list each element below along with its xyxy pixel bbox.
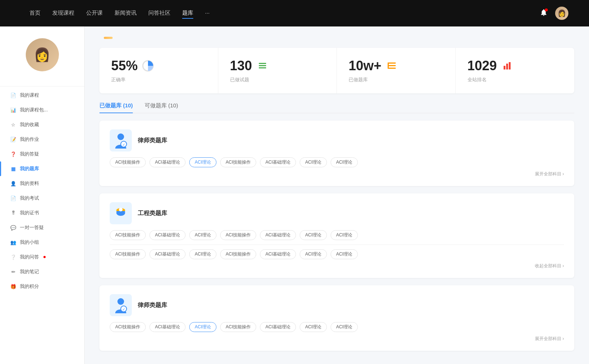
quiz-bank-icon-1 (110, 202, 132, 224)
table-icon (385, 59, 398, 72)
quiz-expand-2[interactable]: 展开全部科目 › (110, 336, 564, 342)
sidebar-item-cert[interactable]: 🎖我的证书 (0, 206, 84, 220)
question-icon: ❓ (10, 151, 16, 157)
quiz-tag-0-3[interactable]: ACI技能操作 (220, 157, 256, 167)
sidebar-item-answer[interactable]: ❓我的答疑 (0, 147, 84, 161)
stat-label-2: 已做题库 (349, 76, 444, 83)
sidebar-item-label-collect: 我的收藏 (20, 121, 39, 128)
quiz-tag-2-6[interactable]: ACI理论 (331, 322, 358, 332)
nav-link-发现课程[interactable]: 发现课程 (52, 8, 74, 19)
sidebar-item-quiz[interactable]: ▦我的题库 (0, 161, 84, 176)
quiz-expand-1[interactable]: 收起全部科目 › (110, 263, 564, 269)
nav-link-新闻资讯[interactable]: 新闻资讯 (114, 8, 137, 19)
quiz-tag-2-1[interactable]: ACI基础理论 (149, 322, 186, 332)
sidebar-item-myqa[interactable]: ❔我的问答 (0, 250, 84, 264)
stat-label-1: 已做试题 (230, 76, 325, 83)
quiz-tag-1-6[interactable]: ACI理论 (331, 230, 358, 240)
quiz-tag-1-4[interactable]: ACI基础理论 (260, 230, 296, 240)
quiz-tag-1-1[interactable]: ACI基础理论 (149, 230, 186, 240)
quiz-tag-0-0[interactable]: ACI技能操作 (110, 157, 146, 167)
svg-rect-4 (388, 63, 396, 64)
quiz-card-header-2: ✓ 律师类题库 (110, 294, 564, 316)
quiz-tag-0-6[interactable]: ACI理论 (331, 157, 358, 167)
quiz-tag2-1-3[interactable]: ACI技能操作 (220, 249, 256, 259)
quiz-tag2-1-1[interactable]: ACI基础理论 (149, 249, 186, 259)
quiz-tag-2-2[interactable]: ACI理论 (189, 322, 216, 332)
quiz-card-header-0: ✓ 律师类题库 (110, 129, 564, 151)
nav-link-题库[interactable]: 题库 (182, 8, 193, 19)
sidebar-item-course[interactable]: 📄我的课程 (0, 88, 84, 103)
quiz-tag-2-3[interactable]: ACI技能操作 (220, 322, 256, 332)
sidebar-notification-dot-myqa (43, 256, 46, 258)
quiz-tag2-1-2[interactable]: ACI理论 (189, 249, 216, 259)
quiz-tag-0-4[interactable]: ACI基础理论 (260, 157, 296, 167)
quiz-tag-0-1[interactable]: ACI基础理论 (149, 157, 186, 167)
quiz-tag-2-0[interactable]: ACI技能操作 (110, 322, 146, 332)
quiz-expand-0[interactable]: 展开全部科目 › (110, 171, 564, 177)
user-avatar[interactable]: 👩 (555, 7, 568, 20)
bar-icon: 📊 (10, 107, 16, 113)
chart-icon (141, 59, 155, 72)
sidebar-item-qa[interactable]: 💬一对一答疑 (0, 220, 84, 235)
sidebar-item-points[interactable]: 🎁我的积分 (0, 279, 84, 294)
sidebar-menu: 📄我的课程📊我的课程包...☆我的收藏📝我的作业❓我的答疑▦我的题库👤我的资料📄… (0, 88, 84, 294)
quiz-tags-row1-0: ACI技能操作ACI基础理论ACI理论ACI技能操作ACI基础理论ACI理论AC… (110, 157, 564, 167)
svg-rect-1 (259, 63, 266, 64)
quiz-tag-1-2[interactable]: ACI理论 (189, 230, 216, 240)
quiz-tag2-1-4[interactable]: ACI基础理论 (260, 249, 296, 259)
quiz-tag-1-3[interactable]: ACI技能操作 (220, 230, 256, 240)
sidebar-item-notes[interactable]: ✏我的笔记 (0, 264, 84, 279)
nav-link-···[interactable]: ··· (205, 8, 210, 19)
quiz-tags-row2-1: ACI技能操作ACI基础理论ACI理论ACI技能操作ACI基础理论ACI理论AC… (110, 249, 564, 259)
sidebar-item-homework[interactable]: 📝我的作业 (0, 132, 84, 147)
quiz-tag2-1-0[interactable]: ACI技能操作 (110, 249, 146, 259)
star-icon: ☆ (10, 122, 16, 128)
sidebar-item-group[interactable]: 👥我的小组 (0, 235, 84, 250)
grid-icon: ▦ (10, 166, 16, 172)
quiz-tag-1-0[interactable]: ACI技能操作 (110, 230, 146, 240)
file2-icon: 📄 (10, 195, 16, 201)
note-icon: ✏ (10, 269, 16, 275)
sidebar-item-course-pkg[interactable]: 📊我的课程包... (0, 103, 84, 117)
svg-rect-5 (388, 65, 396, 66)
sidebar-item-collect[interactable]: ☆我的收藏 (0, 117, 84, 132)
sidebar-item-label-profile: 我的资料 (20, 180, 39, 187)
sidebar-item-label-qa: 一对一答疑 (20, 224, 44, 231)
file-icon: 📄 (10, 92, 16, 98)
svg-rect-3 (259, 67, 266, 68)
quiz-tag-2-5[interactable]: ACI理论 (300, 322, 327, 332)
people-icon: 👤 (10, 181, 16, 186)
main-content: 55% 正确率 130 已做试题 10w+ 已做题库 1029 全站排名 已做题… (85, 26, 589, 364)
quiz-card-header-1: 工程类题库 (110, 202, 564, 224)
quiz-tab-1[interactable]: 可做题库 (10) (145, 102, 178, 113)
quiz-tag2-1-6[interactable]: ACI理论 (331, 249, 358, 259)
quiz-tag-1-5[interactable]: ACI理论 (300, 230, 327, 240)
notification-bell[interactable] (540, 8, 548, 18)
stat-value-0: 55% (111, 58, 138, 74)
notification-dot (545, 8, 548, 11)
svg-point-18 (117, 298, 124, 305)
stat-value-3: 1029 (468, 58, 497, 74)
quiz-tab-0[interactable]: 已做题库 (10) (99, 102, 133, 113)
nav-link-问答社区[interactable]: 问答社区 (148, 8, 170, 19)
quiz-tag-0-2[interactable]: ACI理论 (189, 157, 216, 167)
sidebar-item-label-course-pkg: 我的课程包... (20, 107, 48, 113)
navbar: 首页发现课程公开课新闻资讯问答社区题库··· 👩 (0, 0, 589, 26)
group-icon: 👥 (10, 239, 16, 245)
sidebar-avatar: 👩 (26, 38, 59, 71)
quiz-bank-icon-0: ✓ (110, 129, 132, 151)
stat-label-3: 全站排名 (468, 76, 563, 83)
svg-point-17 (119, 208, 123, 211)
sidebar-divider-top (0, 86, 84, 86)
quiz-bank-card-bank3: ✓ 律师类题库 ACI技能操作ACI基础理论ACI理论ACI技能操作ACI基础理… (99, 285, 574, 351)
sidebar-item-label-cert: 我的证书 (20, 210, 39, 216)
nav-link-公开课[interactable]: 公开课 (86, 8, 103, 19)
sidebar-item-profile[interactable]: 👤我的资料 (0, 176, 84, 191)
quiz-tag-2-4[interactable]: ACI基础理论 (260, 322, 296, 332)
sidebar: 👩 📄我的课程📊我的课程包...☆我的收藏📝我的作业❓我的答疑▦我的题库👤我的资… (0, 26, 85, 364)
chat-icon: 💬 (10, 225, 16, 231)
nav-link-首页[interactable]: 首页 (29, 8, 40, 19)
sidebar-item-exam[interactable]: 📄我的考试 (0, 191, 84, 206)
quiz-tag-0-5[interactable]: ACI理论 (300, 157, 327, 167)
quiz-tag2-1-5[interactable]: ACI理论 (300, 249, 327, 259)
